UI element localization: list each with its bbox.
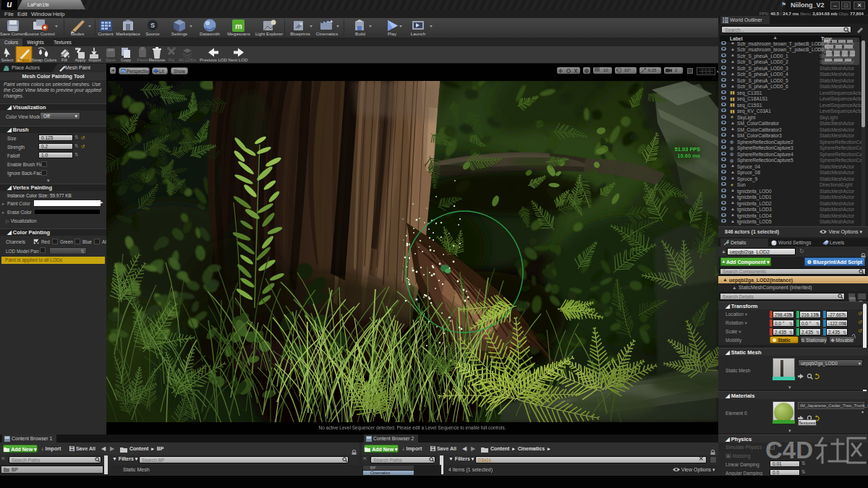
- svg-text:All LODs: All LODs: [179, 57, 196, 62]
- svg-text:No active Level Sequencer dete: No active Level Sequencer detected. Plea…: [318, 425, 506, 431]
- svg-text:Play: Play: [388, 31, 397, 36]
- svg-text:Build: Build: [355, 31, 365, 36]
- svg-text:Blueprints: Blueprints: [290, 31, 310, 36]
- svg-text:19.60 ms: 19.60 ms: [677, 153, 700, 159]
- svg-text:Next LOD: Next LOD: [229, 57, 248, 62]
- svg-text:Source Control: Source Control: [25, 31, 54, 36]
- svg-text:Marketplace: Marketplace: [116, 31, 140, 36]
- svg-text:Settings: Settings: [171, 31, 187, 36]
- svg-text:Import: Import: [88, 57, 101, 62]
- svg-text:m: m: [235, 22, 242, 30]
- svg-text:Apply: Apply: [75, 57, 86, 62]
- svg-text:S: S: [150, 22, 155, 29]
- svg-text:Copy: Copy: [121, 57, 132, 62]
- svg-text:Megascans: Megascans: [227, 31, 250, 36]
- svg-text:Paint: Paint: [19, 57, 29, 62]
- svg-text:Datasmith: Datasmith: [200, 31, 220, 36]
- svg-text:Launch: Launch: [411, 31, 426, 36]
- svg-text:C4D: C4D: [765, 437, 813, 463]
- svg-text:Save Current: Save Current: [0, 31, 27, 36]
- svg-text:Select: Select: [1, 57, 14, 62]
- svg-text:Modes: Modes: [71, 31, 85, 36]
- svg-text:Remove: Remove: [149, 57, 166, 62]
- svg-text:Fix: Fix: [169, 57, 174, 62]
- svg-text:Cinematics: Cinematics: [316, 31, 339, 36]
- svg-text:Content: Content: [98, 31, 114, 36]
- svg-text:Light Explorer: Light Explorer: [255, 31, 283, 36]
- svg-text:Previous LOD: Previous LOD: [200, 57, 228, 62]
- svg-text:Fill: Fill: [61, 57, 67, 62]
- svg-text:Save: Save: [106, 57, 116, 62]
- svg-text:51.03 FPS: 51.03 FPS: [675, 146, 700, 153]
- svg-text:Source: Source: [145, 31, 160, 36]
- svg-text:Swap Colors: Swap Colors: [32, 57, 57, 62]
- svg-text:Paste: Paste: [137, 57, 148, 62]
